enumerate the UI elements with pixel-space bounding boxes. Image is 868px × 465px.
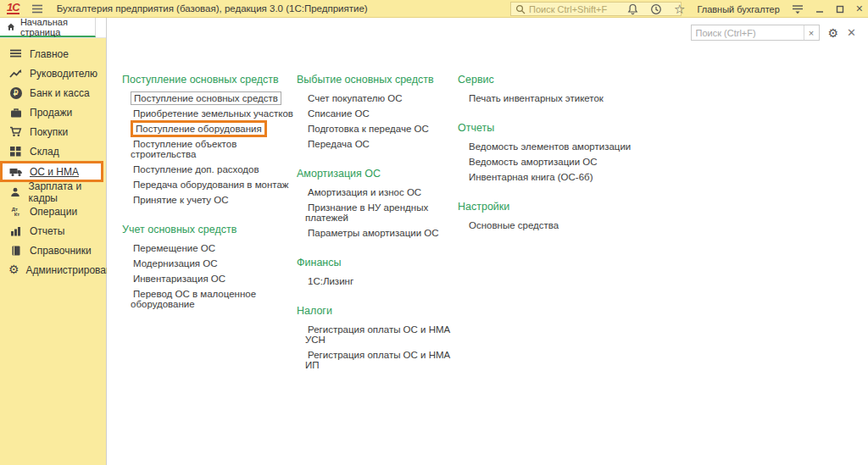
link-peredacha-oborudovaniya-v-montazh[interactable]: Передача оборудования в монтаж — [131, 180, 297, 190]
link-prinyatie-k-uchetu-os[interactable]: Принятие к учету ОС — [131, 195, 297, 205]
panel-close-icon[interactable]: ✕ — [847, 26, 856, 39]
main-menu-icon[interactable] — [31, 4, 43, 14]
cart-icon — [8, 126, 23, 137]
link-spisanie-os[interactable]: Списание ОС — [305, 108, 458, 119]
section-header: Настройки — [458, 201, 695, 213]
link-schet-pokupatelyu-os[interactable]: Счет покупателю ОС — [305, 93, 458, 103]
link-perevod-os-v-malocennoe[interactable]: Перевод ОС в малоценное оборудование — [131, 289, 297, 309]
sidebar-item-bank-i-kassa[interactable]: ₽ Банк и касса — [0, 83, 106, 102]
tab-home-label: Начальная страница — [20, 17, 95, 37]
link-inventarizaciya-os[interactable]: Инвентаризация ОС — [131, 274, 297, 284]
menu-column-1: Поступление основных средств Поступление… — [122, 74, 297, 389]
panel-search-field[interactable]: × — [691, 25, 820, 41]
tab-home-page[interactable]: Начальная страница — [0, 18, 96, 37]
sidebar-item-operacii[interactable]: ДтКт Операции — [0, 202, 106, 221]
sidebar-item-sklad[interactable]: Склад — [0, 141, 106, 161]
book-icon — [8, 246, 23, 256]
section-header: Налоги — [297, 305, 458, 317]
section-header: Финансы — [297, 257, 458, 268]
link-vedomost-elementov-amortizacii[interactable]: Ведомость элементов амортизации — [466, 141, 695, 152]
link-postuplenie-obektov-stroitelstva[interactable]: Поступление объектов строительства — [131, 139, 297, 159]
section-header: Отчеты — [458, 122, 695, 134]
link-modernizaciya-os[interactable]: Модернизация ОС — [131, 258, 297, 268]
search-icon — [515, 4, 526, 14]
sidebar-item-administrirovanie[interactable]: ⚙ Администрирование — [0, 260, 106, 280]
grid-icon — [8, 147, 23, 157]
section-header: Поступление основных средств — [122, 74, 297, 86]
person-icon — [8, 187, 22, 197]
link-podgotovka-k-peredache-os[interactable]: Подготовка к передаче ОС — [305, 124, 458, 134]
section-header: Сервис — [458, 74, 695, 86]
sidebar-item-glavnoe[interactable]: Главное — [0, 44, 106, 64]
gear-icon: ⚙ — [8, 264, 19, 275]
link-osnovnye-sredstva[interactable]: Основные средства — [466, 220, 695, 230]
section-header: Выбытие основных средств — [297, 74, 458, 86]
section-header: Учет основных средств — [122, 224, 297, 235]
link-registraciya-oplaty-os-i-nma-usn[interactable]: Регистрация оплаты ОС и НМА УСН — [305, 324, 458, 345]
bell-icon[interactable] — [627, 3, 638, 15]
sidebar: Начальная страница Главное Руководителю … — [0, 18, 107, 465]
panel-settings-gear-icon[interactable]: ⚙ — [828, 26, 839, 40]
link-postuplenie-dop-rashodov[interactable]: Поступление доп. расходов — [131, 164, 297, 174]
menu-column-3: Сервис Печать инвентарных этикеток Отчет… — [458, 74, 695, 389]
truck-icon — [8, 167, 23, 177]
section-panel-os-i-nma: × ⚙ ✕ Поступление основных средств Посту… — [107, 18, 868, 465]
minimize-icon[interactable] — [815, 5, 824, 14]
sidebar-item-prodazhi[interactable]: Продажи — [0, 102, 106, 122]
link-postuplenie-osnovnyh-sredstv[interactable]: Поступление основных средств — [131, 93, 297, 103]
briefcase-icon — [8, 108, 23, 118]
link-registraciya-oplaty-os-i-nma-ip[interactable]: Регистрация оплаты ОС и НМА ИП — [305, 350, 458, 370]
search-clear-icon[interactable]: × — [804, 25, 819, 40]
sidebar-item-otchety[interactable]: Отчеты — [0, 221, 106, 241]
service-menu-icon[interactable] — [792, 4, 804, 14]
title-bar: 1С Бухгалтерия предприятия (базовая), ре… — [0, 0, 868, 18]
link-vedomost-amortizacii-os[interactable]: Ведомость амортизации ОС — [466, 157, 695, 167]
sidebar-item-zarplata-i-kadry[interactable]: Зарплата и кадры — [0, 182, 106, 202]
panel-search-input[interactable] — [692, 28, 804, 38]
link-priznanie-v-nu-arendnyh-platezhej[interactable]: Признание в НУ арендных платежей — [305, 202, 458, 223]
link-inventarnaya-kniga[interactable]: Инвентарная книга (ОС-6б) — [466, 172, 695, 182]
link-amortizaciya-i-iznos-os[interactable]: Амортизация и износ ОС — [305, 187, 458, 197]
ruble-circle-icon: ₽ — [8, 87, 23, 99]
link-priobretenie-zemelnyh-uchastkov[interactable]: Приобретение земельных участков — [131, 108, 297, 119]
link-peremeshchenie-os[interactable]: Перемещение ОС — [131, 243, 297, 253]
menu-lines-icon — [8, 49, 23, 58]
home-icon — [7, 22, 15, 32]
section-header: Амортизация ОС — [297, 168, 458, 180]
trend-up-icon — [8, 69, 23, 79]
global-search-placeholder: Поиск Ctrl+Shift+F — [529, 4, 607, 14]
sidebar-item-pokupki[interactable]: Покупки — [0, 122, 106, 141]
link-pechat-inventarnyh-etiketok[interactable]: Печать инвентарных этикеток — [466, 93, 695, 103]
dtkt-icon: ДтКт — [8, 207, 23, 217]
menu-column-2: Выбытие основных средств Счет покупателю… — [297, 74, 458, 389]
restore-icon[interactable] — [836, 5, 844, 14]
close-icon[interactable]: × — [856, 3, 863, 14]
favorites-star-icon[interactable]: ☆ — [674, 3, 685, 14]
link-peredacha-os[interactable]: Передача ОС — [305, 139, 458, 149]
history-icon[interactable] — [650, 3, 662, 15]
app-title: Бухгалтерия предприятия (базовая), редак… — [57, 3, 368, 14]
link-parametry-amortizacii-os[interactable]: Параметры амортизации ОС — [305, 228, 458, 238]
1c-logo: 1С — [7, 3, 19, 14]
link-1c-lizing[interactable]: 1С:Лизинг — [305, 276, 458, 286]
sidebar-item-spravochniki[interactable]: Справочники — [0, 241, 106, 260]
link-postuplenie-oborudovaniya[interactable]: Поступление оборудования — [131, 124, 297, 134]
user-role-label[interactable]: Главный бухгалтер — [697, 4, 779, 14]
sidebar-item-os-i-nma[interactable]: ОС и НМА — [0, 161, 103, 182]
bar-chart-icon — [8, 226, 23, 236]
sidebar-item-rukovoditelyu[interactable]: Руководителю — [0, 64, 106, 83]
